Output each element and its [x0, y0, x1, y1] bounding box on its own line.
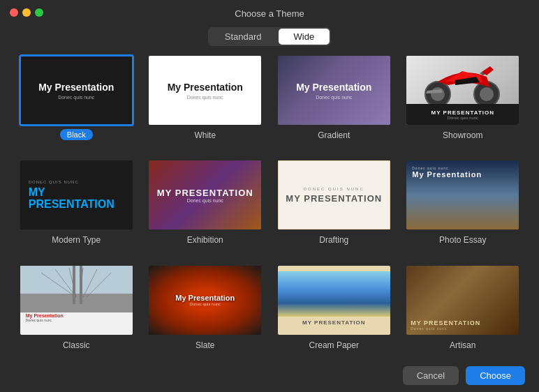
artisan-text: My Presentation Donec quis nunc: [411, 319, 515, 331]
preview-sub-white: Donec quis nunc: [187, 95, 223, 100]
theme-label-drafting: Drafting: [319, 235, 348, 245]
preview-title: My Presentation: [38, 82, 114, 93]
theme-drafting[interactable]: Donec quis nunc My Presentation Drafting: [274, 159, 394, 254]
exh-sub: Donec quis nunc: [187, 198, 223, 203]
theme-photo-essay[interactable]: Donec quis nunc My Presentation Photo Es…: [404, 159, 523, 254]
theme-classic[interactable]: My Presentation Donec quis nunc Classic: [17, 264, 136, 359]
minimize-button[interactable]: [22, 8, 31, 17]
modern-title: My Presentation: [29, 186, 124, 211]
dialog-title: Choose a Theme: [235, 8, 304, 19]
theme-cream-paper[interactable]: My Presentation Cream Paper: [274, 264, 394, 359]
segmented-control: Standard Wide: [208, 27, 331, 46]
cancel-button[interactable]: Cancel: [403, 366, 459, 385]
cream-bottom: My Presentation: [300, 317, 369, 329]
classic-bottom: My Presentation Donec quis nunc: [20, 310, 133, 325]
theme-thumb-showroom: My Presentation Donec quis nunc: [405, 54, 520, 126]
theme-thumb-white: My Presentation Donec quis nunc: [147, 54, 263, 126]
parrot-bg: My Presentation Donec quis nunc: [149, 266, 261, 335]
showroom-title: My Presentation: [431, 110, 494, 116]
svg-point-3: [431, 87, 445, 101]
svg-rect-6: [20, 294, 133, 312]
preview-sub-gradient: Donec quis nunc: [316, 95, 352, 100]
title-bar: Choose a Theme: [0, 0, 539, 24]
choose-button[interactable]: Choose: [466, 366, 525, 385]
footer: Cancel Choose: [0, 359, 539, 392]
theme-thumb-classic: My Presentation Donec quis nunc: [19, 264, 134, 336]
theme-thumb-cream: My Presentation: [276, 264, 392, 336]
theme-label-modern: Modern Type: [52, 235, 101, 245]
theme-label-classic: Classic: [63, 340, 90, 350]
classic-title: My Presentation: [26, 313, 64, 318]
moto-svg: [406, 56, 518, 104]
showroom-sub: Donec quis nunc: [447, 116, 478, 120]
close-button[interactable]: [10, 8, 18, 17]
cream-sea-bg: [278, 271, 390, 316]
modern-sub: Donec quis nunc: [29, 180, 124, 184]
showroom-bottom: My Presentation Donec quis nunc: [406, 104, 519, 125]
theme-thumb-artisan: My Presentation Donec quis nunc: [405, 264, 520, 336]
art-sub: Donec quis nunc: [411, 326, 515, 331]
theme-thumb-modern: Donec quis nunc My Presentation: [19, 159, 134, 231]
wide-tab[interactable]: Wide: [279, 29, 330, 45]
themes-grid: My Presentation Donec quis nunc Black My…: [0, 54, 539, 359]
showroom-image: [406, 56, 519, 104]
svg-rect-13: [73, 266, 75, 304]
preview-title-white: My Presentation: [168, 82, 243, 93]
theme-label-cream: Cream Paper: [309, 340, 359, 350]
theme-thumb-photo-essay: Donec quis nunc My Presentation: [405, 159, 520, 231]
standard-tab[interactable]: Standard: [209, 29, 277, 45]
theme-thumb-slate: My Presentation Donec quis nunc: [147, 264, 263, 336]
classic-sub: Donec quis nunc: [26, 318, 64, 322]
exh-title: My Presentation: [157, 188, 253, 198]
svg-rect-5: [20, 266, 133, 294]
theme-slate[interactable]: My Presentation Donec quis nunc Slate: [146, 264, 265, 359]
theme-gradient[interactable]: My Presentation Donec quis nunc Gradient: [274, 54, 394, 149]
theme-thumb-gradient: My Presentation Donec quis nunc: [276, 54, 392, 126]
theme-exhibition[interactable]: My Presentation Donec quis nunc Exhibiti…: [146, 159, 265, 254]
svg-point-2: [480, 87, 494, 101]
theme-showroom[interactable]: My Presentation Donec quis nunc Showroom: [404, 54, 523, 149]
theme-label-gradient: Gradient: [318, 130, 350, 140]
slate-sub: Donec quis nunc: [189, 302, 221, 306]
maximize-button[interactable]: [35, 8, 43, 17]
bridge-svg: [20, 266, 133, 312]
preview-sub: Donec quis nunc: [58, 95, 94, 100]
theme-label-artisan: Artisan: [450, 340, 475, 350]
theme-black[interactable]: My Presentation Donec quis nunc Black: [17, 54, 136, 149]
theme-artisan[interactable]: My Presentation Donec quis nunc Artisan: [404, 264, 523, 359]
theme-label-exhibition: Exhibition: [187, 235, 223, 245]
window-controls: [10, 8, 43, 17]
svg-rect-14: [80, 266, 82, 304]
slate-title: My Presentation: [175, 294, 235, 302]
pe-title: My Presentation: [412, 170, 513, 179]
theme-modern-type[interactable]: Donec quis nunc My Presentation Modern T…: [17, 159, 136, 254]
art-title: My Presentation: [411, 319, 515, 326]
classic-bridge-bg: [20, 266, 133, 310]
theme-label-photo-essay: Photo Essay: [439, 235, 486, 245]
theme-label-white: White: [194, 130, 216, 140]
theme-thumb-black: My Presentation Donec quis nunc: [19, 54, 134, 126]
preview-title-gradient: My Presentation: [296, 82, 371, 93]
theme-label-slate: Slate: [195, 340, 214, 350]
theme-label-showroom: Showroom: [443, 130, 482, 140]
theme-thumb-exhibition: My Presentation Donec quis nunc: [147, 159, 263, 231]
theme-thumb-drafting: Donec quis nunc My Presentation: [276, 159, 392, 231]
theme-badge-black: Black: [60, 129, 93, 140]
theme-white[interactable]: My Presentation Donec quis nunc White: [146, 54, 265, 149]
draft-title: My Presentation: [286, 193, 382, 204]
draft-sub: Donec quis nunc: [304, 187, 364, 191]
cream-title: My Presentation: [302, 319, 366, 326]
